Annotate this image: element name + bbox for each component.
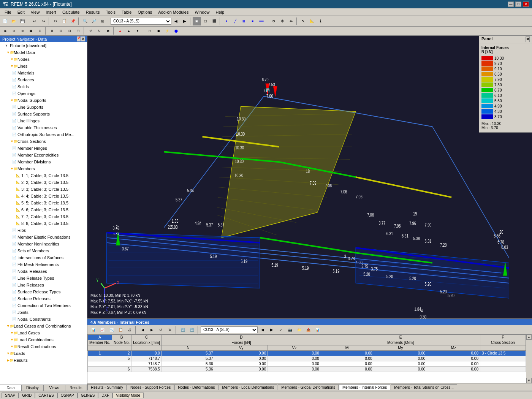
lt-btn7[interactable]: ▶ (147, 326, 156, 334)
tree-item-line-releases[interactable]: 📄Line Releases (0, 282, 87, 288)
tb2-14[interactable]: ▲ (125, 27, 133, 35)
tb-member[interactable]: ══ (257, 17, 266, 25)
nav-tab-results[interactable]: Results (65, 385, 87, 391)
menu-window[interactable]: Window (192, 9, 212, 15)
bottom-tab-4[interactable]: Members - Global Deformations (278, 384, 339, 390)
tb2-15[interactable]: ▼ (133, 27, 142, 35)
tb-surf[interactable]: ▦ (240, 17, 248, 25)
tb2-17[interactable]: ◼ (154, 27, 163, 35)
tree-item-surfaces[interactable]: 📄Surfaces (0, 76, 87, 83)
tb-prev[interactable]: ◀ (172, 17, 180, 25)
lt-btn15[interactable]: 📤 (304, 326, 312, 334)
tree-item-surface-release-types[interactable]: 📄Surface Release Types (0, 288, 87, 295)
menu-table[interactable]: Table (119, 9, 135, 15)
lt-btn16[interactable]: 📊 (313, 326, 321, 334)
tree-item-sets-of-members[interactable]: 📄Sets of Members (0, 247, 87, 254)
tree-item-nodal-supports[interactable]: ▼📁Nodal Supports (0, 97, 87, 104)
tree-item-2:-2;-cable;-3;-circle-13.5;[interactable]: 📐2: 2; Cable; 3; Circle 13.5; (0, 179, 87, 186)
bottom-tab-1[interactable]: Nodes - Support Forces (127, 384, 174, 390)
tree-item-4:-4;-cable;-3;-circle-13.5;[interactable]: 📐4: 4; Cable; 3; Circle 13.5; (0, 193, 87, 200)
tb-save[interactable]: 💾 (18, 17, 27, 25)
tb2-8[interactable]: ⊡ (65, 27, 74, 35)
lt-btn3[interactable]: 📉 (107, 326, 116, 334)
tb-undo[interactable]: ↩ (30, 17, 39, 25)
tree-item-surface-releases[interactable]: 📄Surface Releases (0, 295, 87, 302)
menu-tools[interactable]: Tools (103, 9, 119, 15)
lt-btn14[interactable]: 📁 (295, 326, 303, 334)
menu-help[interactable]: Help (213, 9, 228, 15)
tb2-11[interactable]: ↻ (95, 27, 103, 35)
menu-addon[interactable]: Add-on Modules (155, 9, 192, 15)
tree-item-materials[interactable]: 📄Materials (0, 70, 87, 76)
tree-item-lines[interactable]: ▼📁Lines (0, 63, 87, 70)
tb-node[interactable]: • (222, 17, 231, 25)
lt-btn1[interactable]: 📊 (89, 326, 97, 334)
lt-btn11[interactable]: 🔣 (188, 326, 196, 334)
tree-item-intersections-of-surfaces[interactable]: 📄Intersections of Surfaces (0, 254, 87, 261)
tb-solid[interactable]: ■ (249, 17, 257, 25)
tree-item-member-hinges[interactable]: 📄Member Hinges (0, 145, 87, 152)
tree-item-result-combinations[interactable]: ▼📁Result Combinations (0, 343, 87, 350)
tree-item-member-elastic-foundations[interactable]: 📄Member Elastic Foundations (0, 234, 87, 241)
tb2-12[interactable]: ⇄ (104, 27, 112, 35)
lt-btn9[interactable]: ↻ (166, 326, 174, 334)
lt-btn2[interactable]: 📈 (98, 326, 106, 334)
lt-btn12[interactable]: ↙ (277, 326, 285, 334)
tb-next[interactable]: ▶ (180, 17, 189, 25)
tb-open[interactable]: 📂 (10, 17, 18, 25)
tree-item-model-data[interactable]: ▼📁Model Data (0, 49, 87, 56)
tb-redo[interactable]: ↪ (39, 17, 48, 25)
scroll-down[interactable]: ▼ (526, 378, 532, 383)
tree-item-connection-of-two-members[interactable]: 📄Connection of Two Members (0, 302, 87, 309)
status-visibility[interactable]: Visibility Mode (112, 393, 144, 398)
tree-item-flotante-[download][interactable]: ▼Flotante [download] (0, 42, 87, 49)
tb2-18[interactable]: ⚡ (163, 27, 171, 35)
tb-measure[interactable]: 📐 (308, 17, 316, 25)
tree-item-3:-3;-cable;-3;-circle-13.5;[interactable]: 📐3: 3; Cable; 3; Circle 13.5; (0, 186, 87, 193)
tb-paste[interactable]: 📌 (69, 17, 77, 25)
bottom-tab-5[interactable]: Members - Internal Forces (339, 384, 390, 390)
tree-item-solids[interactable]: 📄Solids (0, 83, 87, 90)
tb-scale[interactable]: ⇔ (287, 17, 295, 25)
status-cartes[interactable]: CARTES (35, 393, 57, 398)
tb-rotate[interactable]: ↻ (269, 17, 278, 25)
bottom-tab-0[interactable]: Results - Summary (87, 384, 127, 390)
tb-render1[interactable]: ▣ (193, 17, 201, 25)
lt-btn6[interactable]: ◀ (138, 326, 147, 334)
viewport-3d[interactable]: Visibility mode - generated Internal For… (87, 36, 532, 318)
tb-info[interactable]: ℹ (317, 17, 325, 25)
tree-item-orthotropic-surfaces-and-me...[interactable]: 📄Orthotropic Surfaces and Me... (0, 131, 87, 138)
table-row[interactable]: 67538.55.360.000.000.000.000.00 (88, 367, 526, 372)
nav-tab-views[interactable]: Views (44, 385, 65, 391)
nav-close[interactable]: ✕ (81, 36, 85, 41)
lt-btn8[interactable]: ↺ (157, 326, 165, 334)
tree-item-member-nonlinearities[interactable]: 📄Member Nonlinearities (0, 241, 87, 247)
lt-btn13[interactable]: 📷 (286, 326, 294, 334)
tree-item-nodes[interactable]: ▼📁Nodes (0, 56, 87, 63)
tb2-10[interactable]: ↺ (86, 27, 95, 35)
lt-btn4[interactable]: 📋 (116, 326, 125, 334)
tree-item-member-eccentricities[interactable]: 📄Member Eccentricities (0, 152, 87, 158)
tree-item-line-release-types[interactable]: 📄Line Release Types (0, 275, 87, 282)
tree-item-load-cases-and-combinations[interactable]: ▼📁Load Cases and Combinations (0, 323, 87, 329)
nav-tab-display[interactable]: Display (22, 385, 43, 391)
tree-item-1:-1;-cable;-3;-circle-13.5;[interactable]: 📐1: 1; Cable; 3; Circle 13.5; (0, 172, 87, 179)
tree-item-loads[interactable]: ▼📁Loads (0, 350, 87, 357)
close-button[interactable]: ✕ (523, 2, 529, 7)
right-scrollbar[interactable]: ▲ ▼ (526, 334, 532, 383)
status-dxf[interactable]: DXF (98, 393, 112, 398)
tree-item-fe-mesh-refinements[interactable]: 📄FE Mesh Refinements (0, 261, 87, 268)
tb-zoom-all[interactable]: ⊞ (98, 17, 107, 25)
scroll-up[interactable]: ▲ (526, 334, 532, 340)
lt-nav-prev[interactable]: ◀ (258, 326, 267, 334)
tb2-4[interactable]: ▣ (27, 27, 35, 35)
tree-item-nodal-releases[interactable]: 📄Nodal Releases (0, 268, 87, 275)
tree-item-7:-7;-cable;-3;-circle-13.5;[interactable]: 📐7: 7; Cable; 3; Circle 13.5; (0, 213, 87, 220)
tb2-5[interactable]: ⊞ (36, 27, 44, 35)
menu-calculate[interactable]: Calculate (59, 9, 83, 15)
bottom-tab-3[interactable]: Members - Local Deformations (218, 384, 277, 390)
maximize-button[interactable]: □ (515, 2, 521, 7)
panel-close[interactable]: ✕ (526, 36, 530, 42)
tree-item-nodal-constraints[interactable]: 📄Nodal Constraints (0, 316, 87, 323)
tree-item-line-hinges[interactable]: 📄Line Hinges (0, 117, 87, 124)
